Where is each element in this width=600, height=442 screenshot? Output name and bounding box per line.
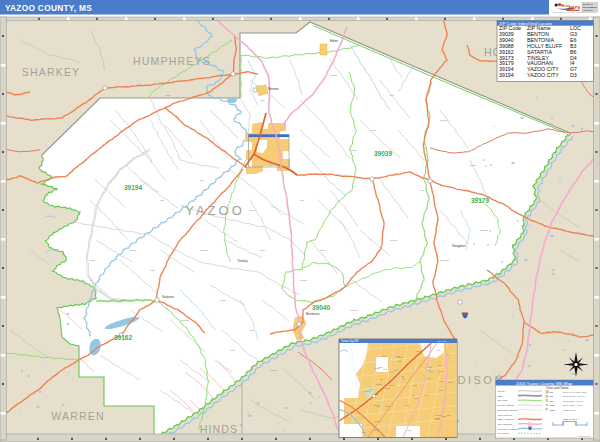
svg-text:BOOKstores: BOOKstores [583,6,598,8]
svg-text:Eden: Eden [330,39,338,43]
svg-text:Town: Town [550,404,556,406]
svg-text:Yazoo City, MS: Yazoo City, MS [341,339,359,343]
svg-text:Secondary Streets: Secondary Streets [498,409,518,412]
svg-text:Minor Streets: Minor Streets [498,414,513,417]
svg-text:Scale in Miles: Scale in Miles [563,418,577,420]
svg-text:State: State [498,395,504,398]
svg-text:Primary Streets: Primary Streets [498,404,515,407]
svg-text:HUMPHREYS: HUMPHREYS [133,55,211,67]
svg-text:©MarketMAPS: ©MarketMAPS [577,435,590,437]
svg-text:Interstate Highways: Interstate Highways [498,428,520,431]
svg-text:Tinsley: Tinsley [237,259,248,263]
svg-text:Toll Roads: Toll Roads [498,432,510,435]
svg-text:Vaughan: Vaughan [452,244,465,248]
svg-text:Cities and Towns: Cities and Towns [546,386,569,390]
svg-text:County: County [498,390,506,393]
svg-text:America's Leading Source of Bu: America's Leading Source of Business Map… [552,11,582,13]
svg-text:US Highways: US Highways [498,423,513,426]
svg-text:39194: 39194 [499,72,514,78]
svg-text:inset map: inset map [437,340,447,342]
svg-text:Benton: Benton [268,87,279,91]
svg-text:D3: D3 [570,72,577,78]
svg-text:WARREN: WARREN [51,410,104,422]
svg-text:HINDS: HINDS [200,423,239,435]
svg-text:YAZOO: YAZOO [185,203,245,218]
svg-text:Town: Town [550,409,556,411]
svg-text:State Highways: State Highways [498,418,515,421]
svg-text:Nationwide: Nationwide [583,9,594,11]
svg-text:39040: 39040 [312,304,330,311]
svg-text:Satartia: Satartia [162,295,174,299]
svg-text:39162: 39162 [114,334,132,341]
svg-text:MAPS: MAPS [569,5,581,10]
svg-text:YAZOO CITY: YAZOO CITY [527,72,559,78]
svg-text:39039: 39039 [374,150,392,157]
svg-text:39179: 39179 [471,197,489,204]
svg-text:SOLD AT: SOLD AT [583,3,593,5]
svg-text:SHARKEY: SHARKEY [22,66,81,78]
svg-text:ZIP Code: ZIP Code [498,399,509,402]
svg-text:YAZOO COUNTY, MS: YAZOO COUNTY, MS [5,3,92,13]
svg-text:Bentonia: Bentonia [306,312,319,316]
svg-text:39194: 39194 [124,184,142,191]
